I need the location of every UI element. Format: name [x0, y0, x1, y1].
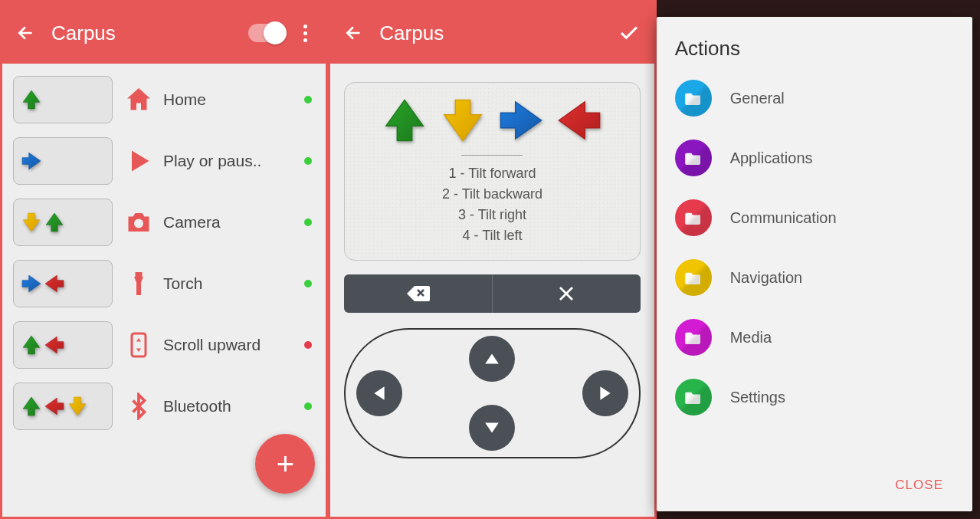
arrow-red-left-icon: [44, 396, 64, 416]
arrow-blue-right-icon: [21, 151, 41, 171]
arrow-left-icon: [557, 98, 601, 143]
status-dot: [304, 157, 312, 165]
gesture-row[interactable]: Bluetooth: [13, 381, 315, 432]
appbar-2: Carpus: [330, 2, 654, 64]
action-label: Camera: [163, 213, 304, 232]
dpad-left[interactable]: [356, 370, 402, 416]
gesture-box: [13, 76, 113, 123]
back-icon[interactable]: [344, 23, 364, 43]
arrow-red-left-icon: [44, 335, 64, 355]
dpad-down[interactable]: [469, 405, 515, 451]
category-label: Media: [730, 329, 772, 347]
category-navigation[interactable]: Navigation: [675, 248, 954, 307]
arrow-green-up-icon: [44, 212, 64, 232]
panel-list: Carpus HomePlay or paus..CameraTorchScro…: [0, 0, 328, 519]
arrow-yellow-down-icon: [67, 396, 87, 416]
svg-rect-1: [136, 272, 143, 277]
category-media[interactable]: Media: [675, 307, 954, 367]
folder-icon: [675, 379, 712, 416]
preview-arrows: [382, 98, 601, 143]
category-label: Communication: [730, 209, 837, 227]
category-label: General: [730, 90, 785, 107]
action-label: Torch: [163, 274, 304, 293]
category-applications[interactable]: Applications: [675, 128, 954, 188]
category-general[interactable]: General: [675, 68, 954, 128]
divider: [461, 155, 523, 156]
gesture-box: [13, 383, 113, 430]
dpad-right[interactable]: [582, 370, 628, 416]
back-icon[interactable]: [16, 23, 36, 43]
tilt-instructions: 1 - Tilt forward2 - Tilt backward3 - Til…: [442, 163, 542, 246]
folder-icon: [675, 319, 712, 356]
recorder-body: 1 - Tilt forward2 - Tilt backward3 - Til…: [330, 64, 654, 517]
edit-bar: [344, 274, 640, 313]
arrow-green-up-icon: [21, 90, 41, 110]
home-icon: [120, 86, 157, 113]
category-label: Applications: [730, 149, 813, 167]
action-label: Bluetooth: [163, 397, 304, 416]
svg-point-0: [134, 219, 143, 228]
folder-icon: [675, 140, 712, 176]
actions-dialog: Actions GeneralApplicationsCommunication…: [657, 17, 972, 511]
torch-icon: [120, 270, 157, 297]
gesture-box: [13, 321, 113, 369]
confirm-icon[interactable]: [618, 21, 641, 44]
svg-rect-2: [132, 333, 146, 356]
dialog-title: Actions: [675, 37, 954, 61]
dpad: [344, 328, 640, 458]
folder-icon: [675, 80, 712, 117]
scroll-icon: [120, 331, 157, 359]
gesture-row[interactable]: Torch: [13, 258, 315, 309]
panel-recorder: Carpus 1 - Tilt forward2 - Tilt backward…: [328, 0, 656, 519]
bluetooth-icon: [120, 393, 157, 420]
arrow-green-up-icon: [21, 335, 41, 355]
status-dot: [304, 402, 312, 410]
master-toggle[interactable]: [248, 24, 285, 42]
action-label: Home: [163, 90, 304, 109]
app-title-2: Carpus: [379, 21, 617, 45]
arrow-blue-right-icon: [21, 274, 41, 294]
camera-icon: [120, 209, 157, 236]
category-settings[interactable]: Settings: [675, 367, 954, 427]
status-dot: [304, 96, 312, 103]
panel-actions: Actions GeneralApplicationsCommunication…: [657, 0, 980, 519]
gesture-row[interactable]: Play or paus..: [13, 136, 315, 186]
app-title-1: Carpus: [51, 21, 248, 45]
dpad-up[interactable]: [469, 336, 515, 382]
category-label: Settings: [730, 389, 785, 406]
arrow-down-icon: [441, 98, 485, 143]
arrow-yellow-down-icon: [21, 212, 41, 232]
close-button[interactable]: CLOSE: [884, 470, 954, 501]
gesture-row[interactable]: Scroll upward: [13, 320, 315, 370]
arrow-red-left-icon: [44, 274, 64, 294]
arrow-up-icon: [382, 98, 427, 143]
category-communication[interactable]: Communication: [675, 188, 954, 248]
category-label: Navigation: [730, 269, 803, 287]
folder-icon: [675, 199, 712, 236]
overflow-menu-icon[interactable]: [299, 20, 312, 47]
instruction-card: 1 - Tilt forward2 - Tilt backward3 - Til…: [344, 82, 640, 261]
clear-button[interactable]: [493, 274, 641, 313]
folder-icon: [675, 259, 712, 296]
status-dot: [304, 341, 312, 349]
categories-list: GeneralApplicationsCommunicationNavigati…: [675, 68, 954, 427]
gesture-box: [13, 137, 113, 185]
arrow-green-up-icon: [21, 396, 41, 416]
gesture-row[interactable]: Home: [13, 74, 315, 125]
action-label: Play or paus..: [163, 152, 304, 170]
status-dot: [304, 218, 312, 226]
backspace-button[interactable]: [344, 274, 493, 313]
appbar-1: Carpus: [2, 2, 326, 64]
gesture-row[interactable]: Camera: [13, 197, 315, 248]
status-dot: [304, 280, 312, 287]
gesture-box: [13, 260, 113, 307]
gesture-box: [13, 199, 113, 246]
play-icon: [120, 147, 157, 175]
arrow-right-icon: [499, 98, 543, 143]
fab-add[interactable]: +: [255, 434, 315, 494]
action-label: Scroll upward: [163, 336, 304, 354]
